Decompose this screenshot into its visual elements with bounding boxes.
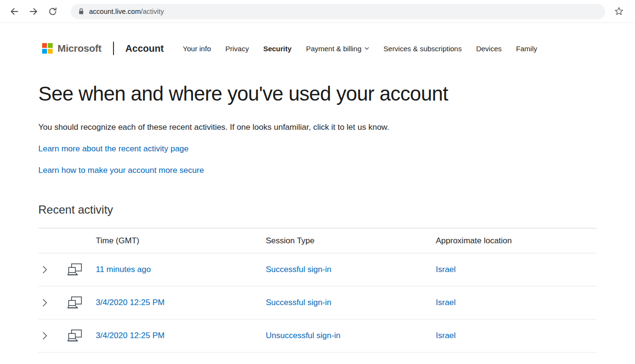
nav-family[interactable]: Family [516,45,537,53]
star-icon [614,7,624,16]
chevron-right-icon[interactable] [42,298,47,307]
address-bar[interactable]: account.live.com/activity [71,4,605,19]
row-location[interactable]: Israel [436,265,597,274]
device-icon [67,263,82,276]
table-row[interactable]: 3/4/2020 12:25 PM Unsuccessful sign-in I… [38,319,597,353]
header-divider [113,42,114,55]
column-header-location: Approximate location [436,236,597,246]
back-button[interactable] [6,3,23,20]
row-session-type[interactable]: Successful sign-in [266,265,436,274]
account-header: Microsoft Account Your info Privacy Secu… [0,34,635,62]
url-text: account.live.com/activity [89,8,164,15]
column-header-time: Time (GMT) [96,236,266,246]
row-location[interactable]: Israel [436,298,597,307]
chevron-right-icon[interactable] [42,331,47,340]
microsoft-logo-text: Microsoft [57,43,102,54]
lock-icon [79,8,84,15]
nav-security[interactable]: Security [263,45,292,53]
page-subtitle: You should recognize each of these recen… [38,123,597,132]
row-time[interactable]: 3/4/2020 12:25 PM [96,331,266,341]
refresh-button[interactable] [44,3,61,20]
column-header-session-type: Session Type [266,236,436,246]
url-path: /activity [141,8,164,15]
forward-button[interactable] [25,3,42,20]
microsoft-logo-icon [42,43,53,54]
chevron-down-icon [364,47,369,50]
activity-table: Time (GMT) Session Type Approximate loca… [38,228,597,353]
make-account-secure-link[interactable]: Learn how to make your account more secu… [38,166,204,175]
row-session-type[interactable]: Unsuccessful sign-in [266,331,436,341]
browser-toolbar: account.live.com/activity [0,0,635,23]
page-title: See when and where you've used your acco… [38,82,597,105]
microsoft-logo[interactable]: Microsoft [42,43,102,54]
nav-privacy[interactable]: Privacy [225,45,249,53]
bookmark-star-button[interactable] [610,3,627,20]
nav-your-info[interactable]: Your info [183,45,211,53]
row-time[interactable]: 11 minutes ago [96,265,266,274]
table-header-row: Time (GMT) Session Type Approximate loca… [38,228,597,253]
row-time[interactable]: 3/4/2020 12:25 PM [96,298,266,307]
forward-arrow-icon [29,7,38,16]
recent-activity-heading: Recent activity [38,203,597,216]
nav-devices[interactable]: Devices [476,45,501,53]
main-content: See when and where you've used your acco… [0,82,635,353]
nav-payment-billing-label: Payment & billing [306,45,362,53]
account-nav: Your info Privacy Security Payment & bil… [183,45,537,53]
device-icon [67,296,82,309]
table-row[interactable]: 3/4/2020 12:25 PM Successful sign-in Isr… [38,286,597,319]
nav-services-subscriptions[interactable]: Services & subscriptions [384,45,462,53]
back-arrow-icon [10,7,19,16]
refresh-icon [48,7,57,16]
table-row[interactable]: 11 minutes ago Successful sign-in Israel [38,253,597,286]
row-location[interactable]: Israel [436,331,597,341]
row-session-type[interactable]: Successful sign-in [266,298,436,307]
chevron-right-icon[interactable] [42,265,47,274]
url-host: account.live.com [89,8,141,15]
learn-more-activity-link[interactable]: Learn more about the recent activity pag… [38,144,189,154]
nav-payment-billing[interactable]: Payment & billing [306,45,369,53]
account-home-link[interactable]: Account [125,43,164,54]
device-icon [67,329,82,342]
